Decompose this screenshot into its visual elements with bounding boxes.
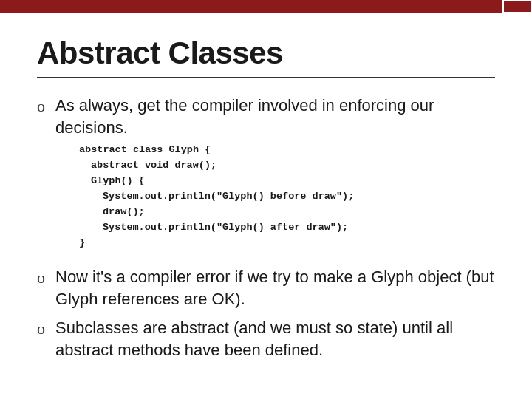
main-content: Abstract Classes o As always, get the co… — [0, 13, 532, 399]
code-line-5: draw(); — [103, 205, 495, 220]
bullet-marker-1: o — [37, 96, 45, 117]
bullet-item-3: o Subclasses are abstract (and we must s… — [37, 317, 495, 361]
bullet-text-3: Subclasses are abstract (and we must so … — [55, 317, 495, 361]
page-title: Abstract Classes — [37, 35, 495, 71]
code-line-2: abstract void draw(); — [91, 158, 495, 174]
bullet-item-1: o As always, get the compiler involved i… — [37, 95, 495, 259]
bullets-container: o As always, get the compiler involved i… — [37, 95, 495, 369]
code-line-4: System.out.println("Glyph() before draw"… — [103, 189, 495, 205]
bullet-text-1: As always, get the compiler involved in … — [55, 95, 495, 138]
code-line-1: abstract class Glyph { — [79, 143, 495, 158]
code-line-6: System.out.println("Glyph() after draw")… — [103, 220, 495, 236]
code-line-7: } — [79, 236, 495, 251]
bullet-item-2: o Now it's a compiler error if we try to… — [37, 266, 495, 310]
title-divider — [37, 77, 495, 78]
top-bar — [0, 0, 532, 13]
bullet-content-1: As always, get the compiler involved in … — [55, 95, 495, 259]
code-block: abstract class Glyph { abstract void dra… — [79, 143, 495, 250]
bullet-marker-3: o — [37, 318, 45, 340]
corner-square — [502, 0, 532, 13]
bullet-marker-2: o — [37, 267, 45, 289]
bullet-text-2: Now it's a compiler error if we try to m… — [55, 266, 495, 310]
code-line-3: Glyph() { — [91, 174, 495, 189]
